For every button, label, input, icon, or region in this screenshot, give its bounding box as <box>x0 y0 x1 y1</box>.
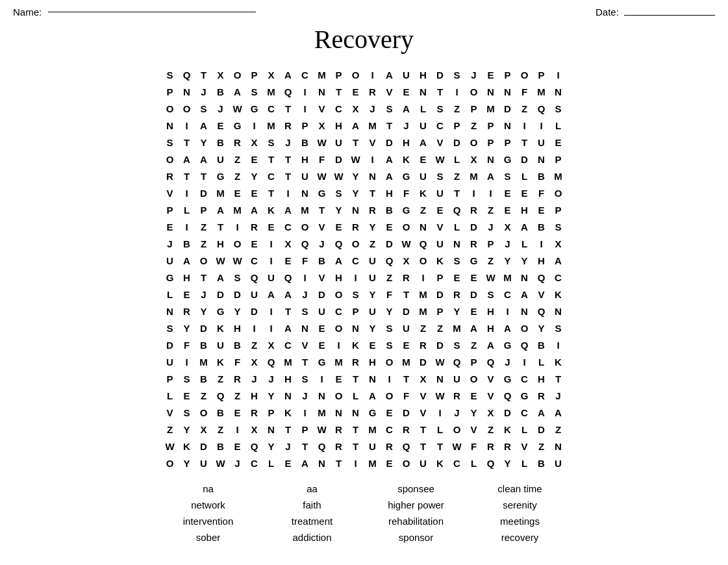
grid-cell: R <box>449 286 466 303</box>
grid-cell: M <box>263 117 280 134</box>
grid-cell: J <box>195 286 212 303</box>
grid-cell: L <box>516 421 533 438</box>
grid-cell: N <box>415 83 432 100</box>
grid-cell: J <box>364 100 381 117</box>
grid-cell: I <box>179 353 195 370</box>
grid-cell: E <box>212 117 229 134</box>
grid-cell: S <box>179 370 195 387</box>
grid-cell: Z <box>449 100 466 117</box>
grid-cell: I <box>179 184 195 201</box>
grid-cell: G <box>364 404 381 421</box>
grid-cell: W <box>314 421 331 438</box>
grid-cell: E <box>331 218 347 235</box>
grid-cell: Q <box>483 353 499 370</box>
grid-cell: W <box>432 151 449 168</box>
grid-cell: I <box>516 353 533 370</box>
grid-cell: Y <box>331 201 347 218</box>
grid-cell: H <box>533 252 550 269</box>
grid-cell: C <box>246 252 263 269</box>
grid-cell: V <box>314 218 331 235</box>
grid-cell: V <box>314 100 331 117</box>
grid-cell: W <box>347 151 364 168</box>
grid-cell: M <box>280 353 297 370</box>
grid-cell: N <box>331 404 347 421</box>
grid-cell: L <box>550 117 567 134</box>
grid-cell: X <box>246 421 263 438</box>
grid-cell: D <box>432 286 449 303</box>
grid-cell: R <box>398 269 415 286</box>
grid-cell: S <box>432 168 449 184</box>
grid-cell: E <box>246 151 263 168</box>
grid-cell: A <box>280 66 297 83</box>
word-item: sponsee <box>364 483 468 494</box>
grid-cell: C <box>449 455 466 471</box>
grid-cell: C <box>263 100 280 117</box>
grid-cell: Q <box>280 83 297 100</box>
grid-cell: O <box>297 218 314 235</box>
grid-cell: K <box>499 421 516 438</box>
grid-cell: H <box>483 303 499 320</box>
grid-cell: T <box>516 134 533 151</box>
grid-cell: Z <box>195 218 212 235</box>
grid-cell: Z <box>229 168 246 184</box>
grid-cell: N <box>179 83 195 100</box>
grid-cell: C <box>550 269 567 286</box>
grid-cell: X <box>280 235 297 252</box>
grid-cell: E <box>483 66 499 83</box>
grid-cell: M <box>398 353 415 370</box>
grid-cell: T <box>331 455 347 471</box>
grid-cell: N <box>162 303 179 320</box>
grid-cell: L <box>432 421 449 438</box>
grid-cell: R <box>415 336 432 353</box>
grid-cell: X <box>466 151 483 168</box>
grid-cell: I <box>550 66 567 83</box>
grid-cell: Z <box>516 100 533 117</box>
grid-cell: A <box>195 117 212 134</box>
grid-cell: N <box>314 455 331 471</box>
grid-cell: I <box>483 184 499 201</box>
grid-cell: V <box>533 286 550 303</box>
grid-cell: Y <box>179 455 195 471</box>
grid-cell: T <box>212 218 229 235</box>
grid-cell: I <box>263 320 280 336</box>
grid-cell: Y <box>533 320 550 336</box>
grid-cell: O <box>466 370 483 387</box>
grid-cell: H <box>229 320 246 336</box>
grid-cell: Y <box>179 421 195 438</box>
grid-cell: T <box>195 269 212 286</box>
grid-cell: R <box>179 303 195 320</box>
grid-cell: G <box>516 387 533 404</box>
grid-cell: S <box>195 100 212 117</box>
grid-cell: W <box>229 252 246 269</box>
grid-cell: N <box>347 201 364 218</box>
grid-cell: I <box>533 117 550 134</box>
grid-cell: R <box>381 438 398 455</box>
grid-cell: Q <box>280 269 297 286</box>
grid-cell: O <box>466 83 483 100</box>
grid-cell: O <box>449 421 466 438</box>
grid-cell: A <box>347 117 364 134</box>
grid-cell: A <box>280 286 297 303</box>
grid-cell: Y <box>179 320 195 336</box>
grid-cell: D <box>533 421 550 438</box>
grid-cell: J <box>499 235 516 252</box>
grid-cell: G <box>229 117 246 134</box>
grid-cell: U <box>364 438 381 455</box>
grid-cell: O <box>331 286 347 303</box>
grid-cell: M <box>229 201 246 218</box>
grid-cell: G <box>499 336 516 353</box>
grid-cell: J <box>263 370 280 387</box>
grid-cell: Y <box>499 252 516 269</box>
word-item: intervention <box>157 516 260 527</box>
grid-cell: M <box>533 83 550 100</box>
grid-cell: F <box>297 252 314 269</box>
grid-cell: P <box>331 66 347 83</box>
grid-cell: O <box>398 455 415 471</box>
grid-cell: Q <box>516 336 533 353</box>
grid-cell: A <box>398 100 415 117</box>
grid-cell: T <box>347 370 364 387</box>
grid-cell: P <box>466 100 483 117</box>
grid-cell: W <box>229 100 246 117</box>
word-item: rehabilitation <box>364 516 468 527</box>
grid-cell: D <box>398 303 415 320</box>
